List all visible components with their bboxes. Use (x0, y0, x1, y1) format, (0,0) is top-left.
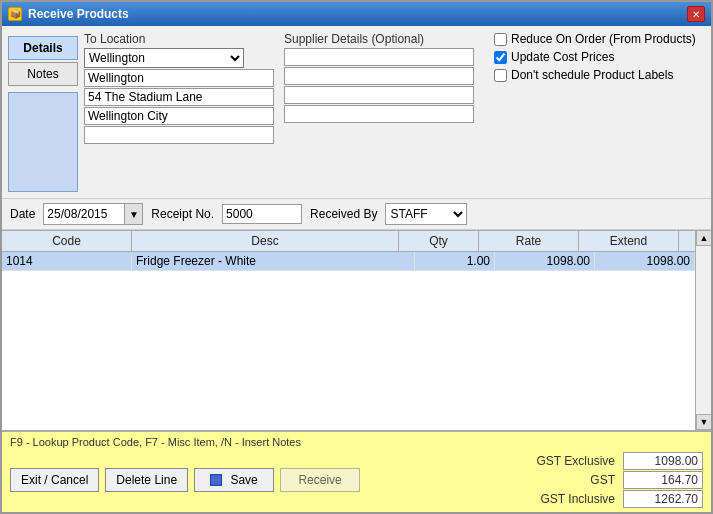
supplier-input-2[interactable] (284, 67, 474, 85)
tab-details[interactable]: Details (8, 36, 78, 60)
address-line2[interactable] (84, 88, 274, 106)
received-label: Received By (310, 207, 377, 221)
top-section: Details Notes To Location Wellington (2, 26, 711, 199)
bottom-controls: Exit / Cancel Delete Line Save Receive G… (10, 452, 703, 508)
col-rate: Rate (479, 231, 579, 251)
gst-exclusive-value: 1098.00 (623, 452, 703, 470)
date-label: Date (10, 207, 35, 221)
table-scrollbar: ▲ ▼ (695, 230, 711, 430)
col-desc: Desc (132, 231, 399, 251)
totals-section: GST Exclusive 1098.00 GST 164.70 GST Inc… (515, 452, 703, 508)
notes-panel (8, 92, 78, 192)
shortcut-text: F9 - Lookup Product Code, F7 - Misc Item… (10, 436, 703, 448)
table-section: Code Desc Qty Rate Extend 1014 Fridge Fr… (2, 230, 711, 430)
location-group: To Location Wellington (84, 32, 274, 144)
dont-schedule-checkbox[interactable] (494, 69, 507, 82)
reduce-on-order-label: Reduce On Order (From Products) (511, 32, 696, 46)
checkbox-reduce-on-order: Reduce On Order (From Products) (494, 32, 696, 46)
cell-rate: 1098.00 (495, 252, 595, 270)
location-fields: Wellington (84, 48, 274, 144)
bottom-bar: F9 - Lookup Product Code, F7 - Misc Item… (2, 430, 711, 512)
col-extend: Extend (579, 231, 679, 251)
table-header: Code Desc Qty Rate Extend (2, 230, 695, 252)
supplier-group: Supplier Details (Optional) (284, 32, 474, 144)
checkbox-dont-schedule: Don't schedule Product Labels (494, 68, 696, 82)
right-content: To Location Wellington (84, 32, 705, 192)
cell-code: 1014 (2, 252, 132, 270)
receipt-input[interactable] (222, 204, 302, 224)
exit-cancel-button[interactable]: Exit / Cancel (10, 468, 99, 492)
main-window: 📦 Receive Products ✕ Details Notes To Lo… (0, 0, 713, 514)
table-body[interactable]: 1014 Fridge Freezer - White 1.00 1098.00… (2, 252, 695, 430)
reduce-on-order-checkbox[interactable] (494, 33, 507, 46)
gst-inclusive-value: 1262.70 (623, 490, 703, 508)
date-field[interactable] (44, 204, 124, 224)
left-tabs: Details Notes (8, 32, 78, 192)
address-line4[interactable] (84, 126, 274, 144)
gst-exclusive-label: GST Exclusive (515, 454, 615, 468)
close-button[interactable]: ✕ (687, 6, 705, 22)
window-title: Receive Products (28, 7, 129, 21)
location-section: To Location Wellington (84, 32, 705, 144)
checkbox-update-cost-prices: Update Cost Prices (494, 50, 696, 64)
address-line3[interactable] (84, 107, 274, 125)
update-cost-prices-checkbox[interactable] (494, 51, 507, 64)
receive-button[interactable]: Receive (280, 468, 360, 492)
date-input-group: ▼ (43, 203, 143, 225)
scroll-up-arrow[interactable]: ▲ (696, 230, 711, 246)
checkboxes-section: Reduce On Order (From Products) Update C… (494, 32, 696, 144)
supplier-input-1[interactable] (284, 48, 474, 66)
gst-value: 164.70 (623, 471, 703, 489)
location-dropdown: Wellington (84, 48, 274, 68)
date-bar: Date ▼ Receipt No. Received By STAFF (2, 199, 711, 230)
supplier-input-3[interactable] (284, 86, 474, 104)
received-select[interactable]: STAFF (386, 204, 466, 224)
location-label: To Location (84, 32, 274, 46)
gst-inclusive-label: GST Inclusive (515, 492, 615, 506)
gst-inclusive-row: GST Inclusive 1262.70 (515, 490, 703, 508)
cell-extend: 1098.00 (595, 252, 695, 270)
table-row[interactable]: 1014 Fridge Freezer - White 1.00 1098.00… (2, 252, 695, 271)
gst-label: GST (515, 473, 615, 487)
scroll-track[interactable] (696, 246, 711, 414)
received-select-group: STAFF (385, 203, 467, 225)
col-qty: Qty (399, 231, 479, 251)
supplier-inputs (284, 48, 474, 123)
save-button[interactable]: Save (194, 468, 274, 492)
cell-desc: Fridge Freezer - White (132, 252, 415, 270)
window-icon: 📦 (8, 7, 22, 21)
supplier-label: Supplier Details (Optional) (284, 32, 474, 46)
receipt-label: Receipt No. (151, 207, 214, 221)
gst-exclusive-row: GST Exclusive 1098.00 (515, 452, 703, 470)
gst-row: GST 164.70 (515, 471, 703, 489)
tab-notes[interactable]: Notes (8, 62, 78, 86)
titlebar-left: 📦 Receive Products (8, 7, 129, 21)
address-line1[interactable] (84, 69, 274, 87)
update-cost-prices-label: Update Cost Prices (511, 50, 614, 64)
titlebar: 📦 Receive Products ✕ (2, 2, 711, 26)
save-icon (210, 474, 222, 486)
date-dropdown-arrow[interactable]: ▼ (124, 204, 142, 224)
cell-qty: 1.00 (415, 252, 495, 270)
col-code: Code (2, 231, 132, 251)
dont-schedule-label: Don't schedule Product Labels (511, 68, 673, 82)
supplier-input-4[interactable] (284, 105, 474, 123)
scroll-down-arrow[interactable]: ▼ (696, 414, 711, 430)
main-content: Details Notes To Location Wellington (2, 26, 711, 512)
delete-line-button[interactable]: Delete Line (105, 468, 188, 492)
location-select[interactable]: Wellington (84, 48, 244, 68)
